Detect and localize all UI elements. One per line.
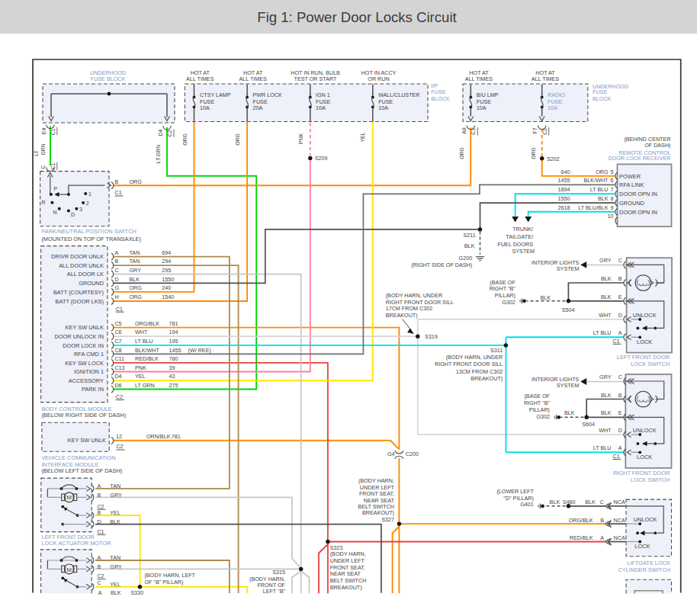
svg-text:781: 781: [172, 433, 181, 440]
svg-text:BLK: BLK: [598, 195, 609, 202]
svg-text:(W/ RKE): (W/ RKE): [188, 347, 211, 354]
svg-text:C2: C2: [167, 130, 172, 136]
svg-text:BLOCK: BLOCK: [593, 95, 612, 102]
svg-text:B: B: [600, 517, 604, 524]
svg-text:B: B: [97, 563, 101, 570]
svg-text:LOCK: LOCK: [637, 338, 652, 345]
svg-text:LT BLU: LT BLU: [590, 186, 609, 193]
svg-text:N: N: [53, 210, 56, 215]
svg-text:RIGHT FRONT DOOR SILL: RIGHT FRONT DOOR SILL: [386, 299, 454, 306]
svg-text:PNK: PNK: [135, 364, 146, 371]
svg-text:G200: G200: [459, 255, 473, 261]
svg-text:1894: 1894: [558, 186, 570, 193]
svg-text:BLK: BLK: [601, 275, 612, 282]
svg-text:CYLINDER SWITCH: CYLINDER SWITCH: [618, 566, 670, 573]
svg-text:S330: S330: [130, 589, 143, 596]
svg-text:S323: S323: [330, 544, 343, 551]
svg-text:B: B: [115, 178, 119, 185]
svg-text:A: A: [97, 483, 101, 489]
svg-text:C13: C13: [114, 364, 124, 371]
svg-text:FRONT SEAT,: FRONT SEAT,: [330, 564, 365, 571]
svg-text:ORG: ORG: [130, 284, 143, 291]
svg-text:BREAKOUT): BREAKOUT): [471, 375, 503, 382]
svg-text:C8: C8: [114, 347, 121, 354]
svg-text:GROUND: GROUND: [79, 280, 104, 287]
svg-text:UNLOCK: UNLOCK: [633, 427, 657, 434]
svg-text:YEL: YEL: [360, 132, 365, 142]
svg-text:LT BLU: LT BLU: [593, 329, 612, 336]
svg-text:SYSTEM: SYSTEM: [557, 265, 580, 272]
svg-text:H: H: [114, 294, 118, 300]
svg-text:B/U LMP: B/U LMP: [477, 91, 499, 98]
svg-text:C1: C1: [613, 453, 620, 460]
svg-text:C: C: [114, 267, 118, 274]
svg-text:D6: D6: [114, 382, 121, 389]
svg-text:195: 195: [169, 338, 178, 345]
svg-text:(BODY HARN,: (BODY HARN,: [358, 477, 394, 484]
svg-text:RIGHT "B": RIGHT "B": [524, 399, 551, 406]
svg-text:1550: 1550: [162, 276, 174, 283]
svg-text:(LOWER LEFT: (LOWER LEFT: [496, 488, 534, 495]
svg-text:ORG: ORG: [182, 133, 188, 145]
svg-text:TRUNK/: TRUNK/: [512, 226, 533, 233]
svg-text:10: 10: [608, 213, 614, 220]
svg-text:RFA LINK: RFA LINK: [619, 181, 644, 188]
svg-text:C1: C1: [97, 528, 104, 535]
svg-text:BREAKOUT): BREAKOUT): [386, 312, 418, 319]
svg-text:1550: 1550: [558, 195, 570, 202]
svg-text:E: E: [618, 409, 622, 416]
svg-text:P: P: [54, 186, 58, 191]
svg-text:GRY: GRY: [599, 374, 612, 380]
svg-text:ALL DOOR UNLK: ALL DOOR UNLK: [59, 262, 104, 269]
svg-text:G4: G4: [387, 451, 395, 457]
svg-text:F7: F7: [532, 127, 538, 133]
svg-text:S460: S460: [563, 499, 576, 505]
svg-text:(BELOW LEFT SIDE OF DASH): (BELOW LEFT SIDE OF DASH): [41, 467, 122, 474]
svg-text:FUEL DOORS: FUEL DOORS: [498, 241, 534, 248]
svg-text:S504: S504: [562, 306, 575, 313]
svg-text:RED/BLK: RED/BLK: [135, 355, 159, 362]
svg-text:(BASE OF: (BASE OF: [524, 393, 550, 399]
svg-text:UNLOCK: UNLOCK: [634, 516, 657, 523]
svg-text:781: 781: [169, 320, 178, 327]
svg-text:BATT (DOOR LKS): BATT (DOOR LKS): [56, 298, 104, 305]
svg-text:ACCESSORY: ACCESSORY: [69, 377, 104, 384]
svg-text:BELT SWITCH: BELT SWITCH: [330, 577, 367, 584]
svg-text:A8: A8: [461, 127, 467, 134]
svg-text:BLK/WHT: BLK/WHT: [584, 177, 609, 184]
svg-text:240: 240: [162, 284, 171, 291]
svg-text:ALL TIMES: ALL TIMES: [465, 75, 493, 82]
svg-text:ORG: ORG: [130, 294, 143, 300]
svg-text:CTSY LAMP: CTSY LAMP: [200, 91, 231, 98]
svg-text:TAN: TAN: [110, 554, 120, 561]
svg-text:RFA CMD 1: RFA CMD 1: [74, 351, 104, 358]
svg-text:BLK: BLK: [601, 392, 612, 399]
svg-text:C: C: [40, 165, 46, 168]
svg-text:LT BLU: LT BLU: [593, 444, 612, 451]
svg-text:ORG: ORG: [531, 147, 536, 159]
svg-text:E4: E4: [41, 128, 47, 135]
svg-text:LT GRN: LT GRN: [135, 382, 155, 389]
svg-text:6: 6: [611, 177, 614, 184]
svg-text:C2: C2: [116, 393, 123, 400]
svg-text:D: D: [97, 518, 101, 525]
svg-text:GRY: GRY: [110, 563, 122, 570]
svg-text:LIFTGATE LOCK: LIFTGATE LOCK: [627, 560, 670, 566]
svg-text:KEY SW UNLK: KEY SW UNLK: [68, 437, 106, 444]
svg-text:C6: C6: [114, 329, 121, 335]
svg-text:SYSTEM: SYSTEM: [557, 382, 580, 389]
svg-text:2618: 2618: [558, 204, 570, 211]
svg-text:PILLAR): PILLAR): [495, 292, 516, 299]
svg-text:C7: C7: [114, 338, 121, 345]
svg-text:S327: S327: [381, 516, 394, 523]
svg-text:640: 640: [561, 168, 570, 175]
svg-text:1455: 1455: [169, 347, 181, 354]
svg-text:LEFT "B": LEFT "B": [263, 588, 286, 595]
svg-text:ORG: ORG: [235, 133, 240, 145]
svg-text:275: 275: [169, 382, 178, 389]
svg-text:DOOR LOCK IN: DOOR LOCK IN: [63, 342, 104, 349]
svg-text:BREAKOUT): BREAKOUT): [362, 509, 394, 516]
svg-text:S202: S202: [547, 156, 560, 162]
svg-text:TAILGATE/: TAILGATE/: [506, 233, 533, 240]
svg-text:GRY: GRY: [110, 492, 122, 499]
